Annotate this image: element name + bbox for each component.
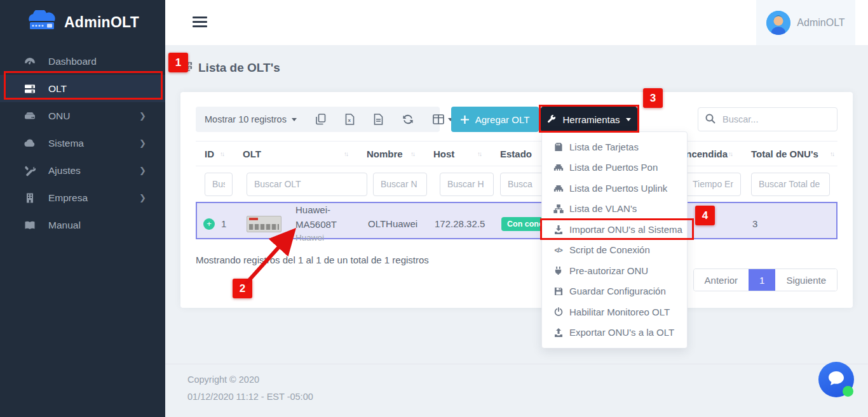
add-olt-button[interactable]: Agregar OLT <box>451 107 539 132</box>
gauge-icon <box>23 55 37 68</box>
pagination: Anterior 1 Siguiente <box>693 268 837 291</box>
user-menu[interactable]: AdminOLT <box>756 0 855 45</box>
menu-item-habilitar-monitoreo-olt[interactable]: Habilitar Monitoreo OLT <box>542 301 687 322</box>
table-summary: Mostrando registros del 1 al 1 de un tot… <box>196 255 429 265</box>
brand[interactable]: AdminOLT <box>0 0 165 45</box>
sort-icon[interactable] <box>477 150 481 157</box>
copy-button[interactable] <box>316 114 326 125</box>
sidebar-item-label: Ajustes <box>48 165 81 176</box>
search-input[interactable] <box>698 107 837 131</box>
ethernet-icon <box>553 183 564 193</box>
table-header: ID OLT Nombre Host Estado Tiempo Encendi… <box>196 141 837 166</box>
sidebar-item-label: Empresa <box>48 192 88 204</box>
filter-id-input[interactable] <box>205 173 233 196</box>
main-content: Lista de OLT's Mostrar 10 registros x <box>165 45 868 417</box>
menu-item-lista-de-puertos-pon[interactable]: Lista de Puertos Pon <box>542 157 687 178</box>
wrench-icon <box>547 115 557 124</box>
menu-item-label: Script de Conexión <box>569 244 650 255</box>
ethernet-icon <box>553 162 564 173</box>
menu-item-exportar-onus-a-la-olt[interactable]: Exportar ONU's a la OLT <box>542 322 687 343</box>
sidebar-item-empresa[interactable]: Empresa ❯ <box>0 184 165 211</box>
pagination-next[interactable]: Siguiente <box>775 269 837 291</box>
sidebar-item-sistema[interactable]: Sistema ❯ <box>0 129 165 157</box>
menu-item-lista-de-tarjetas[interactable]: Lista de Tarjetas <box>542 136 687 157</box>
sidebar-nav: Dashboard OLT ONU ❯ Sistema ❯ Aj <box>0 48 165 239</box>
menu-item-script-de-conexion[interactable]: Script de Conexión <box>542 240 687 261</box>
filter-host-input[interactable] <box>440 173 494 196</box>
sort-icon[interactable] <box>410 150 414 157</box>
pagination-page-1[interactable]: 1 <box>749 269 775 291</box>
row-id: 1 <box>221 218 226 229</box>
chevron-right-icon: ❯ <box>139 166 146 175</box>
refresh-button[interactable] <box>402 114 414 125</box>
sidebar-item-manual[interactable]: Manual <box>0 211 165 239</box>
tools-icon <box>23 164 37 177</box>
filter-tiempo-input[interactable] <box>685 173 741 196</box>
copyright-text: Copyright © 2020 <box>187 374 259 385</box>
filter-nombre-input[interactable] <box>373 173 427 196</box>
sidebar-item-label: Dashboard <box>48 56 97 67</box>
table-filter-row <box>196 166 837 202</box>
column-header-total-onus: Total de ONU's <box>751 149 818 159</box>
user-name: AdminOLT <box>797 17 844 29</box>
footer-datetime: 01/12/2020 11:12 - EST -05:00 <box>187 392 313 402</box>
sidebar: AdminOLT Dashboard OLT ONU ❯ Sistema <box>0 0 165 417</box>
sidebar-item-dashboard[interactable]: Dashboard <box>0 48 165 75</box>
chevron-right-icon: ❯ <box>139 193 146 202</box>
annotation-step-2: 2 <box>233 279 252 298</box>
expand-row-icon[interactable] <box>203 218 215 230</box>
caret-down-icon <box>626 118 631 121</box>
filter-total-input[interactable] <box>751 173 830 196</box>
show-entries-label: Mostrar 10 registros <box>205 114 287 124</box>
olt-list-card: Mostrar 10 registros x <box>180 92 853 308</box>
plug-icon <box>553 265 564 275</box>
show-entries-select[interactable]: Mostrar 10 registros <box>205 114 297 124</box>
column-header-estado: Estado <box>500 149 532 159</box>
tools-label: Herramientas <box>562 114 620 125</box>
sidebar-item-onu[interactable]: ONU ❯ <box>0 102 165 129</box>
column-header-olt: OLT <box>243 149 261 159</box>
export-file-button[interactable] <box>374 114 383 125</box>
menu-item-label: Importar ONU's al Sistema <box>569 224 682 235</box>
sort-icon[interactable] <box>220 150 224 157</box>
menu-item-lista-de-puertos-uplink[interactable]: Lista de Puertos Uplink <box>542 178 687 199</box>
menu-item-label: Habilitar Monitoreo OLT <box>569 307 670 317</box>
brand-cloud-router-icon <box>26 10 58 36</box>
menu-item-guardar-configuracion[interactable]: Guardar Configuración <box>542 281 687 302</box>
tools-dropdown-button[interactable]: Herramientas <box>541 107 637 132</box>
sort-icon[interactable] <box>344 150 348 157</box>
export-excel-button[interactable]: x <box>345 114 355 125</box>
book-icon <box>23 219 37 232</box>
upload-icon <box>553 328 564 338</box>
svg-text:x: x <box>348 117 351 123</box>
sidebar-item-ajustes[interactable]: Ajustes ❯ <box>0 157 165 184</box>
menu-item-importar-onus-al-sistema[interactable]: Importar ONU's al Sistema <box>542 219 687 240</box>
menu-toggle-icon[interactable] <box>193 17 207 30</box>
row-olt-vendor: Huawei <box>295 232 359 244</box>
download-icon <box>553 224 564 234</box>
power-icon <box>553 307 564 317</box>
column-visibility-button[interactable] <box>433 114 453 124</box>
sort-icon[interactable] <box>830 150 834 157</box>
menu-item-lista-de-vlans[interactable]: Lista de VLAN's <box>542 199 687 220</box>
annotation-step-4: 4 <box>695 206 715 225</box>
menu-item-label: Guardar Configuración <box>569 286 666 296</box>
building-icon <box>23 192 37 204</box>
table-row[interactable]: 1 Huawei-MA5608T Huawei OLTHuawei 172.28… <box>196 202 837 239</box>
row-total-onus: 3 <box>752 218 757 229</box>
sd-card-icon <box>553 142 564 152</box>
sitemap-icon <box>553 204 564 214</box>
pagination-previous[interactable]: Anterior <box>694 269 749 291</box>
sort-icon[interactable] <box>728 150 732 157</box>
chevron-right-icon: ❯ <box>139 111 146 121</box>
filter-olt-input[interactable] <box>247 173 367 196</box>
column-header-id: ID <box>205 149 214 159</box>
save-icon <box>553 286 564 296</box>
brand-name: AdminOLT <box>64 14 139 31</box>
column-header-nombre: Nombre <box>367 149 403 159</box>
sidebar-item-label: ONU <box>48 110 70 122</box>
sidebar-item-olt[interactable]: OLT <box>0 75 165 102</box>
chat-online-indicator <box>843 386 853 397</box>
code-icon <box>553 245 564 255</box>
menu-item-pre-autorizar-onu[interactable]: Pre-autorizar ONU <box>542 260 687 281</box>
